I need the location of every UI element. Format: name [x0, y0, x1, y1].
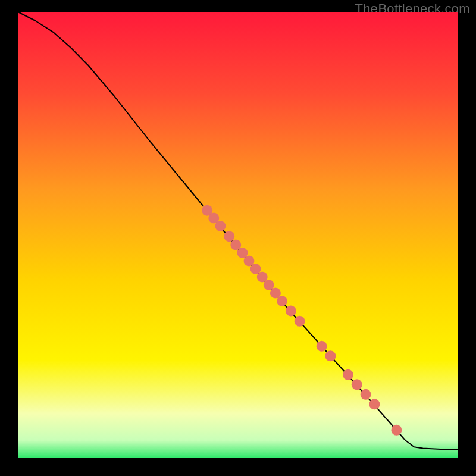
data-point	[369, 399, 380, 409]
chart-plot	[18, 12, 458, 458]
data-point	[215, 221, 226, 231]
data-point	[317, 341, 327, 352]
data-point	[361, 389, 371, 400]
data-point	[295, 316, 305, 327]
chart-frame: TheBottleneck.com	[0, 0, 476, 476]
data-point	[343, 369, 353, 380]
data-point	[352, 379, 362, 390]
data-point	[277, 296, 287, 306]
data-point	[286, 306, 296, 317]
data-point	[224, 231, 234, 242]
data-point	[325, 350, 336, 361]
gradient-bg	[18, 12, 458, 458]
data-point	[391, 425, 402, 436]
